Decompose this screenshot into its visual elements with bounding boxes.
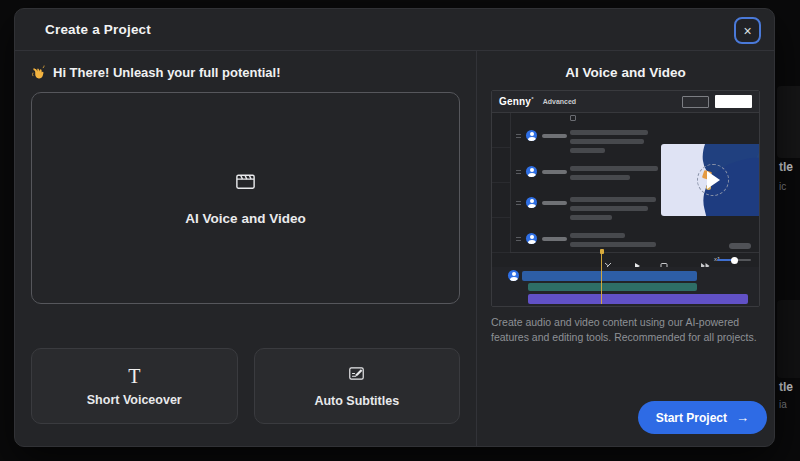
text-T-icon: T	[128, 366, 140, 386]
greeting-text: Hi There! Unleash your full potential!	[53, 65, 281, 80]
background-text-fragment: tle	[779, 380, 793, 394]
ai-voice-and-video-card[interactable]: AI Voice and Video	[31, 92, 460, 304]
modal-body: Hi There! Unleash your full potential! A…	[15, 51, 774, 447]
preview-script-area	[492, 113, 759, 253]
layout-chip-icon	[570, 115, 576, 121]
preview-outline-button	[682, 96, 709, 108]
wave-emoji-icon	[31, 65, 46, 80]
timeline-track-music	[528, 294, 748, 304]
preview-header: Genny* Advanced	[492, 91, 759, 113]
text-placeholder-bars	[570, 130, 648, 157]
drag-handle-icon	[516, 170, 521, 176]
background-card	[777, 86, 800, 158]
text-placeholder-bars	[570, 233, 656, 251]
timeline-speaker-avatar	[508, 270, 519, 281]
genny-logo-mark: *	[531, 96, 534, 102]
scrollbar-handle	[729, 243, 751, 249]
preview-timeline	[492, 267, 759, 306]
speaker-avatar	[526, 166, 537, 177]
drag-handle-icon	[516, 201, 521, 207]
speaker-avatar	[526, 233, 537, 244]
primary-card-label: AI Voice and Video	[185, 211, 305, 226]
preview-white-button	[715, 95, 752, 108]
text-placeholder-bars	[570, 166, 658, 184]
genny-logo-text: Genny	[499, 96, 531, 107]
modal-header: Create a Project ×	[15, 9, 774, 51]
genny-logo: Genny*	[499, 96, 534, 107]
right-panel-title: AI Voice and Video	[491, 65, 760, 80]
genny-app-preview: Genny* Advanced	[491, 90, 760, 307]
timeline-track-audio	[528, 283, 697, 291]
script-row	[516, 197, 567, 208]
speaker-avatar	[526, 197, 537, 208]
modal-title: Create a Project	[45, 22, 151, 37]
drag-handle-icon	[516, 237, 521, 243]
background-text-fragment: ic	[779, 181, 786, 192]
background-text-fragment: ia	[779, 399, 787, 410]
script-row	[516, 166, 567, 177]
greeting: Hi There! Unleash your full potential!	[31, 65, 460, 80]
subtitle-edit-icon	[347, 364, 366, 387]
speaker-name-placeholder	[542, 134, 567, 138]
advanced-mode-label: Advanced	[543, 98, 576, 105]
play-icon	[707, 171, 720, 189]
close-icon: ×	[743, 24, 751, 38]
create-project-modal: Create a Project ×	[14, 8, 775, 447]
short-voiceover-card[interactable]: T Short Voiceover	[31, 348, 238, 424]
screen: { "modal": { "title": "Create a Project"…	[0, 0, 800, 461]
speaker-avatar	[526, 130, 537, 141]
script-row	[516, 233, 567, 244]
project-type-description: Create audio and video content using our…	[491, 315, 760, 345]
secondary-cards-row: T Short Voiceover Auto Subtitles	[31, 348, 460, 424]
preview-toolbar: x1	[492, 253, 759, 267]
text-placeholder-bars	[570, 197, 656, 224]
right-panel: AI Voice and Video Genny* Advanced	[476, 51, 774, 447]
speaker-name-placeholder	[542, 237, 567, 241]
close-button[interactable]: ×	[734, 17, 761, 44]
clapperboard-icon	[234, 170, 257, 197]
preview-mini-sidebar	[492, 113, 511, 252]
zoom-slider	[717, 259, 751, 261]
background-card	[777, 300, 800, 378]
drag-handle-icon	[516, 134, 521, 140]
script-row	[516, 130, 567, 141]
background-text-fragment: tle	[779, 160, 793, 174]
auto-subtitles-card[interactable]: Auto Subtitles	[254, 348, 461, 424]
short-voiceover-label: Short Voiceover	[87, 393, 182, 407]
auto-subtitles-label: Auto Subtitles	[314, 394, 399, 408]
start-project-button[interactable]: Start Project →	[638, 401, 767, 434]
timeline-playhead	[601, 249, 602, 304]
speaker-name-placeholder	[542, 201, 567, 205]
speaker-name-placeholder	[542, 170, 567, 174]
video-preview-panel	[661, 144, 760, 216]
start-project-label: Start Project	[656, 411, 727, 425]
arrow-right-icon: →	[736, 410, 749, 425]
timeline-track-voice	[522, 271, 697, 281]
left-panel: Hi There! Unleash your full potential! A…	[15, 51, 476, 447]
